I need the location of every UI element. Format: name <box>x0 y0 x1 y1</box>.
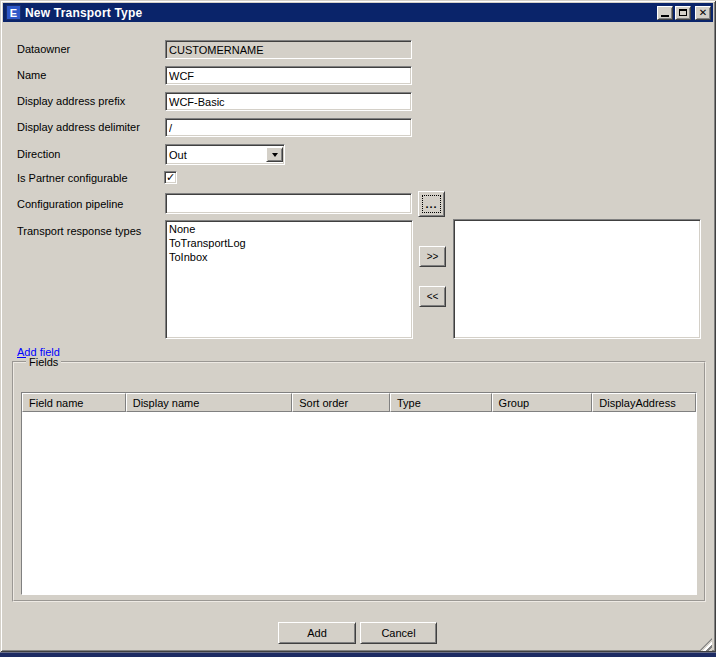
minimize-icon <box>661 15 669 17</box>
configuration-pipeline-browse-button[interactable]: ... <box>418 191 445 217</box>
is-partner-configurable-checkbox[interactable]: ✓ <box>164 171 177 184</box>
transport-response-types-available-listbox[interactable]: None ToTransportLog ToInbox <box>165 220 413 339</box>
desktop-background-strip <box>0 652 716 657</box>
list-item[interactable]: ToInbox <box>166 250 412 264</box>
new-transport-type-dialog: E New Transport Type ✕ Dataowner Name Di… <box>0 0 716 652</box>
direction-select[interactable]: Out <box>165 144 285 165</box>
maximize-icon <box>679 9 687 16</box>
add-button[interactable]: Add <box>278 622 356 644</box>
fields-groupbox-title: Fields <box>26 356 61 368</box>
dropdown-arrow-icon <box>272 153 278 157</box>
dataowner-label: Dataowner <box>17 43 70 55</box>
display-address-prefix-label: Display address prefix <box>17 95 125 107</box>
list-item[interactable]: None <box>166 222 412 236</box>
transport-response-types-label: Transport response types <box>17 225 141 237</box>
direction-selected-value: Out <box>166 149 266 161</box>
resize-grip-icon[interactable] <box>699 638 712 651</box>
direction-label: Direction <box>17 148 60 160</box>
name-label: Name <box>17 69 46 81</box>
direction-dropdown-button[interactable] <box>266 147 283 162</box>
is-partner-configurable-label: Is Partner configurable <box>17 172 128 184</box>
column-header-group[interactable]: Group <box>492 393 593 412</box>
window-title: New Transport Type <box>25 6 142 20</box>
column-header-display-name[interactable]: Display name <box>126 393 293 412</box>
minimize-button[interactable] <box>657 6 673 20</box>
app-icon: E <box>6 5 21 20</box>
column-header-sort-order[interactable]: Sort order <box>292 393 390 412</box>
transport-response-types-selected-listbox[interactable] <box>453 219 701 339</box>
fields-groupbox: Fields Field name Display name Sort orde… <box>12 361 706 602</box>
move-right-label: >> <box>427 251 439 262</box>
column-header-display-address[interactable]: DisplayAddress <box>592 393 696 412</box>
dataowner-field <box>165 40 412 59</box>
titlebar[interactable]: E New Transport Type ✕ <box>3 3 713 22</box>
move-left-button[interactable]: << <box>419 286 446 307</box>
column-header-field-name[interactable]: Field name <box>22 393 126 412</box>
fields-table-body[interactable] <box>22 412 696 594</box>
column-header-type[interactable]: Type <box>390 393 492 412</box>
close-button[interactable]: ✕ <box>695 6 711 20</box>
configuration-pipeline-field[interactable] <box>165 193 412 214</box>
maximize-button[interactable] <box>675 6 691 20</box>
list-item[interactable]: ToTransportLog <box>166 236 412 250</box>
display-address-delimiter-label: Display address delimiter <box>17 121 140 133</box>
fields-table[interactable]: Field name Display name Sort order Type … <box>21 392 697 595</box>
move-left-label: << <box>427 291 439 302</box>
fields-table-header: Field name Display name Sort order Type … <box>22 393 696 412</box>
check-icon: ✓ <box>166 172 175 183</box>
cancel-button[interactable]: Cancel <box>360 622 437 644</box>
display-address-prefix-field[interactable] <box>165 92 412 111</box>
display-address-delimiter-field[interactable] <box>165 118 412 137</box>
name-field[interactable] <box>165 66 412 85</box>
close-icon: ✕ <box>699 8 707 18</box>
ellipsis-icon: ... <box>425 198 437 210</box>
move-right-button[interactable]: >> <box>419 246 446 267</box>
configuration-pipeline-label: Configuration pipeline <box>17 198 123 210</box>
